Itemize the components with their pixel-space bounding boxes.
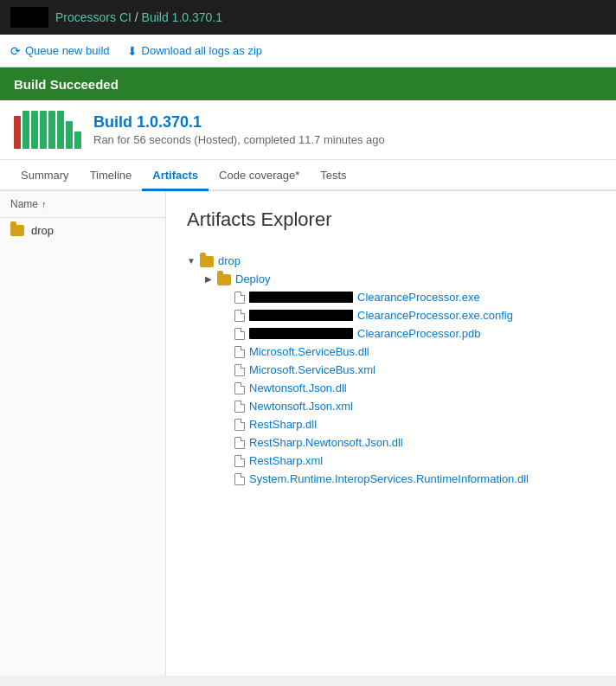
build-banner: Build Succeeded xyxy=(0,67,616,100)
separator: / xyxy=(132,10,142,24)
right-panel: Artifacts Explorer ▼drop▶DeployClearance… xyxy=(166,191,616,676)
chevron-icon: ▶ xyxy=(204,274,213,284)
artifacts-explorer-title: Artifacts Explorer xyxy=(187,208,595,231)
tree-file-Newtonsoft.Json.xml[interactable]: Newtonsoft.Json.xml xyxy=(221,397,595,415)
file-icon xyxy=(234,310,245,322)
file-icon xyxy=(234,401,245,413)
download-label: Download all logs as zip xyxy=(142,44,262,57)
pipeline-name[interactable]: Processors CI xyxy=(55,10,132,24)
build-number[interactable]: Build 1.0.370.1 xyxy=(93,113,385,131)
tree-file-label: ClearanceProcessor.pdb xyxy=(357,327,480,340)
tree-file-ClearanceProcessor.exe.config[interactable]: ClearanceProcessor.exe.config xyxy=(221,306,595,324)
tree-file-label: Microsoft.ServiceBus.dll xyxy=(249,345,369,358)
redacted-filename xyxy=(249,292,353,303)
tabs-bar: SummaryTimelineArtifactsCode coverage*Te… xyxy=(0,160,616,191)
folder-icon xyxy=(217,274,231,285)
tree-folder-drop[interactable]: ▼drop xyxy=(187,252,595,270)
header-bar: Processors CI / Build 1.0.370.1 xyxy=(0,0,616,35)
queue-label: Queue new build xyxy=(25,44,110,57)
chevron-icon: ▼ xyxy=(187,256,196,266)
build-bar-0 xyxy=(14,116,21,149)
build-bar-1 xyxy=(22,111,29,149)
tree-file-label: Microsoft.ServiceBus.xml xyxy=(249,363,375,376)
tree-file-Microsoft.ServiceBus.xml[interactable]: Microsoft.ServiceBus.xml xyxy=(221,361,595,379)
tree-file-label: ClearanceProcessor.exe xyxy=(357,291,480,304)
name-column-header: Name xyxy=(10,198,38,210)
build-bar-5 xyxy=(57,111,64,149)
build-text-block: Build 1.0.370.1 Ran for 56 seconds (Host… xyxy=(93,113,385,146)
toolbar: ⟳ Queue new build ⬇ Download all logs as… xyxy=(0,35,616,67)
download-logs-button[interactable]: ⬇ Download all logs as zip xyxy=(127,44,262,58)
build-bar-7 xyxy=(74,131,81,149)
tree-file-label: RestSharp.Newtonsoft.Json.dll xyxy=(249,436,403,449)
file-icon xyxy=(234,437,245,449)
tree-file-label: RestSharp.dll xyxy=(249,418,317,431)
tree-file-label: RestSharp.xml xyxy=(249,454,323,467)
sort-asc-icon: ↑ xyxy=(42,199,47,209)
tree-file-RestSharp.dll[interactable]: RestSharp.dll xyxy=(221,415,595,433)
left-panel-header: Name ↑ xyxy=(0,191,165,218)
breadcrumb: Processors CI / Build 1.0.370.1 xyxy=(55,10,222,24)
redacted-filename xyxy=(249,310,353,321)
tab-artifacts[interactable]: Artifacts xyxy=(142,162,209,191)
file-icon xyxy=(234,473,245,485)
tree-file-ClearanceProcessor.exe[interactable]: ClearanceProcessor.exe xyxy=(221,288,595,306)
tree-folder-label: drop xyxy=(218,254,241,267)
main-content: Name ↑ drop Artifacts Explorer ▼drop▶Dep… xyxy=(0,191,616,676)
tree-file-RestSharp.xml[interactable]: RestSharp.xml xyxy=(221,452,595,470)
folder-icon xyxy=(200,256,214,267)
file-icon xyxy=(234,419,245,431)
tree-file-Newtonsoft.Json.dll[interactable]: Newtonsoft.Json.dll xyxy=(221,379,595,397)
tree-file-RestSharp.Newtonsoft.Json.dll[interactable]: RestSharp.Newtonsoft.Json.dll xyxy=(221,433,595,452)
file-icon xyxy=(234,292,245,304)
tree-file-label: System.Runtime.InteropServices.RuntimeIn… xyxy=(249,472,529,485)
build-bars-chart xyxy=(14,111,81,149)
tree-file-System.Runtime.InteropServices.RuntimeInformation.dll[interactable]: System.Runtime.InteropServices.RuntimeIn… xyxy=(221,470,595,488)
build-bar-4 xyxy=(48,111,55,149)
left-panel-item-drop[interactable]: drop xyxy=(0,218,165,243)
build-bar-3 xyxy=(40,111,47,149)
tree-folder-label: Deploy xyxy=(235,272,270,285)
tree-file-ClearanceProcessor.pdb[interactable]: ClearanceProcessor.pdb xyxy=(221,324,595,343)
queue-new-build-button[interactable]: ⟳ Queue new build xyxy=(10,44,110,58)
tab-timeline[interactable]: Timeline xyxy=(80,162,143,191)
file-icon xyxy=(234,364,245,376)
file-icon xyxy=(234,328,245,340)
tree-file-label: Newtonsoft.Json.dll xyxy=(249,381,347,394)
folder-icon xyxy=(10,225,24,236)
tree-file-label: ClearanceProcessor.exe.config xyxy=(357,309,513,322)
file-icon xyxy=(234,382,245,394)
build-ref[interactable]: Build 1.0.370.1 xyxy=(142,10,222,24)
file-icon xyxy=(234,346,245,358)
file-tree: ▼drop▶DeployClearanceProcessor.exeCleara… xyxy=(187,252,595,488)
tab-code-coverage[interactable]: Code coverage* xyxy=(209,162,310,191)
left-panel-item-label: drop xyxy=(31,224,54,237)
build-subtitle: Ran for 56 seconds (Hosted), completed 1… xyxy=(93,133,385,146)
redacted-filename xyxy=(249,328,353,339)
file-icon xyxy=(234,455,245,467)
tab-summary[interactable]: Summary xyxy=(10,162,80,191)
left-panel: Name ↑ drop xyxy=(0,191,166,676)
tree-folder-Deploy[interactable]: ▶Deploy xyxy=(204,270,595,288)
build-status-text: Build Succeeded xyxy=(14,77,119,92)
download-icon: ⬇ xyxy=(127,44,138,58)
tree-file-Microsoft.ServiceBus.dll[interactable]: Microsoft.ServiceBus.dll xyxy=(221,343,595,361)
queue-icon: ⟳ xyxy=(10,44,21,58)
tree-file-label: Newtonsoft.Json.xml xyxy=(249,400,353,413)
build-bar-2 xyxy=(31,111,38,149)
tab-tests[interactable]: Tests xyxy=(310,162,356,191)
build-info-row: Build 1.0.370.1 Ran for 56 seconds (Host… xyxy=(0,100,616,160)
build-bar-6 xyxy=(66,121,73,149)
logo xyxy=(10,7,48,28)
